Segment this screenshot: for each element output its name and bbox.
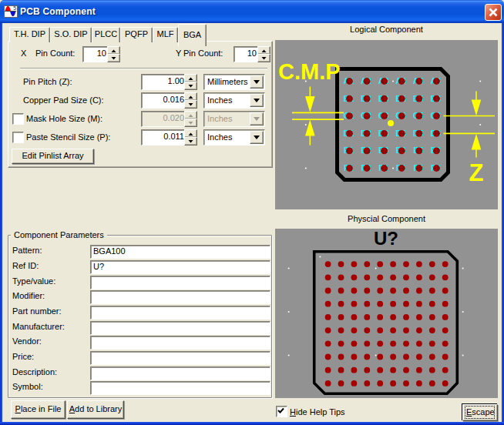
svg-text:U?: U? (374, 229, 398, 249)
svg-text:Z: Z (469, 159, 484, 186)
svg-text:C.M.P: C.M.P (278, 59, 341, 84)
svg-text:5: 5 (13, 5, 16, 11)
